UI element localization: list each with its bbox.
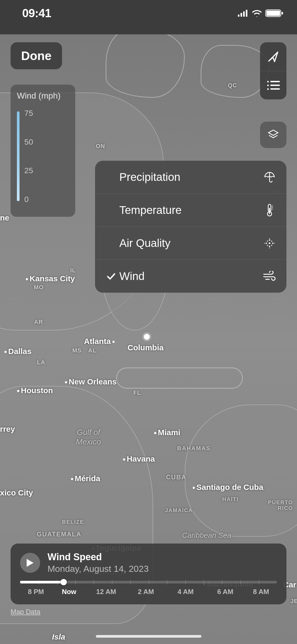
- list-button[interactable]: [260, 71, 286, 99]
- timeline-label: 8 AM: [245, 588, 277, 596]
- location-arrow-icon: [267, 50, 280, 63]
- svg-point-24: [267, 241, 268, 242]
- timeline-label: 12 AM: [86, 588, 126, 596]
- layers-button[interactable]: [260, 122, 286, 148]
- particles-icon: [263, 237, 276, 250]
- map-data-link[interactable]: Map Data: [11, 608, 40, 616]
- timeline-label: 4 AM: [166, 588, 205, 596]
- timeline-label: 2 AM: [126, 588, 166, 596]
- map-label-partial: JE: [290, 598, 297, 605]
- map-label-city: Houston: [17, 386, 53, 395]
- map-label-region: FL: [133, 389, 141, 396]
- svg-point-11: [267, 88, 269, 90]
- legend-title: Wind (mph): [17, 91, 69, 101]
- map-label-country: GUATEMALA: [37, 531, 82, 538]
- svg-point-21: [269, 246, 270, 247]
- timeline-knob[interactable]: [60, 579, 67, 585]
- svg-rect-8: [270, 81, 280, 82]
- map-label-city: Havana: [123, 454, 155, 463]
- layer-item-precipitation[interactable]: Precipitation: [95, 161, 286, 194]
- layers-icon: [267, 128, 280, 141]
- svg-point-25: [271, 241, 272, 242]
- svg-point-22: [266, 243, 267, 244]
- svg-rect-3: [246, 10, 247, 17]
- wind-legend: Wind (mph) 75 50 25 0: [11, 85, 75, 217]
- map-label-region: ON: [96, 143, 105, 150]
- status-icons: [238, 9, 284, 17]
- svg-point-27: [271, 245, 272, 246]
- done-button[interactable]: Done: [11, 42, 62, 69]
- svg-rect-12: [270, 88, 280, 90]
- wifi-icon: [252, 10, 262, 17]
- map-label-region: AL: [88, 347, 96, 354]
- current-location-dot: [144, 334, 150, 340]
- map-label-city: Atlanta: [84, 337, 115, 346]
- map-label-region: AR: [34, 319, 43, 325]
- side-controls: [260, 42, 286, 99]
- home-indicator[interactable]: [96, 635, 201, 638]
- map-label-region: MO: [34, 284, 44, 291]
- play-icon: [26, 558, 34, 567]
- map-label-country: PUERTO RICO: [261, 499, 293, 511]
- layer-item-temperature[interactable]: Temperature: [95, 194, 286, 227]
- map-label-water: Gulf of Mexico: [67, 427, 110, 447]
- timeline-label: 6 AM: [205, 588, 245, 596]
- legend-tick: 50: [24, 137, 33, 146]
- timeline-fill: [20, 581, 64, 583]
- checkmark-slot: [105, 272, 117, 281]
- svg-point-30: [265, 243, 265, 244]
- map-label-partial: ne: [0, 213, 9, 222]
- list-icon: [267, 80, 280, 90]
- layer-item-wind[interactable]: Wind: [95, 260, 286, 293]
- map-label-country: JAMAICA: [165, 507, 193, 513]
- svg-point-9: [267, 85, 269, 86]
- timeline-panel: Wind Speed Monday, August 14, 2023 8 PM …: [11, 544, 286, 604]
- map-label-country: BAHAMAS: [177, 445, 210, 452]
- thermometer-icon: [263, 204, 276, 217]
- legend-tick: 25: [24, 166, 33, 175]
- layer-label: Precipitation: [117, 171, 263, 183]
- legend-tick: 75: [24, 109, 33, 118]
- map-label-city: Santiago de Cuba: [193, 483, 263, 492]
- map-label-city: Mérida: [71, 474, 100, 483]
- svg-point-19: [269, 242, 270, 244]
- svg-point-28: [269, 238, 270, 239]
- map-label-country: HAITI: [222, 496, 239, 502]
- wind-icon: [263, 270, 276, 283]
- timeline-labels: 8 PM Now 12 AM 2 AM 4 AM 6 AM 8 AM: [20, 588, 277, 596]
- legend-tick: 0: [24, 195, 33, 204]
- map-label-region: LA: [37, 359, 45, 366]
- map-label-city: Miami: [154, 428, 180, 437]
- locate-button[interactable]: [260, 42, 286, 71]
- checkmark-icon: [107, 272, 116, 281]
- map-label-partial: xico City: [0, 488, 33, 497]
- legend-gradient-bar: [17, 111, 20, 201]
- svg-point-26: [267, 245, 268, 246]
- svg-point-23: [272, 243, 274, 244]
- svg-rect-5: [266, 11, 280, 16]
- legend-ticks: 75 50 25 0: [24, 109, 33, 204]
- layer-item-air-quality[interactable]: Air Quality: [95, 227, 286, 260]
- play-button[interactable]: [20, 553, 40, 573]
- map-label-water: Caribbean Sea: [180, 531, 233, 540]
- timeline-title: Wind Speed: [48, 551, 277, 563]
- layer-label: Wind: [117, 270, 263, 283]
- svg-rect-6: [282, 12, 283, 15]
- cellular-icon: [238, 10, 248, 17]
- map-label-city: Dallas: [4, 347, 31, 356]
- map-label-partial: rrey: [0, 425, 15, 434]
- map-label-region: IL: [70, 267, 76, 274]
- map-label-city: Columbia: [128, 343, 164, 352]
- map-label-region: MS: [72, 347, 82, 354]
- svg-rect-1: [241, 13, 242, 17]
- timeline-label: 8 PM: [20, 588, 52, 596]
- map-label-country: CUBA: [166, 473, 186, 481]
- layer-label: Air Quality: [117, 237, 263, 250]
- svg-point-31: [274, 243, 275, 244]
- map-label-city: New Orleans: [65, 377, 117, 386]
- svg-point-29: [269, 248, 270, 249]
- umbrella-icon: [263, 171, 276, 183]
- timeline-slider[interactable]: 8 PM Now 12 AM 2 AM 4 AM 6 AM 8 AM: [20, 581, 277, 596]
- layer-type-menu: Precipitation Temperature Air Quality: [95, 161, 286, 293]
- status-time: 09:41: [22, 7, 51, 20]
